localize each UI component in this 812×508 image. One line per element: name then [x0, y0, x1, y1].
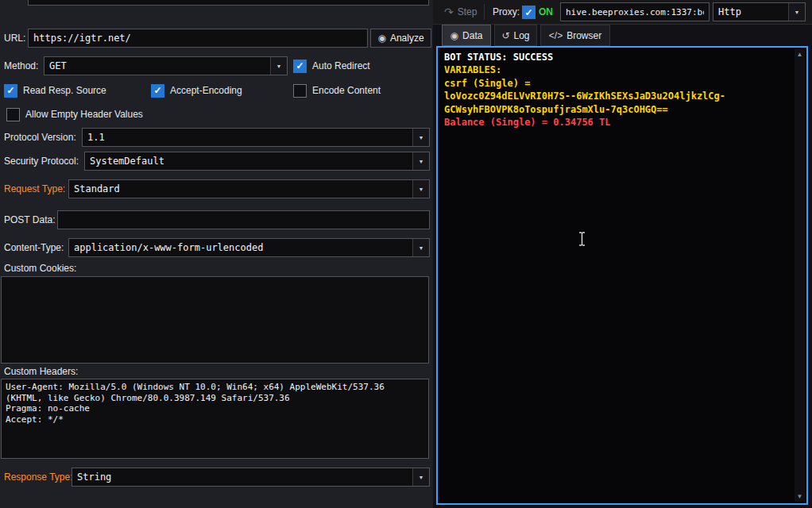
tab-browser[interactable]: </> Browser — [540, 25, 610, 46]
proxy-input[interactable] — [560, 2, 710, 21]
protocol-version-dropdown[interactable]: 1.1 ▼ — [82, 128, 430, 147]
debugger-tabs: ◉ Data ↺ Log </> Browser — [433, 25, 812, 46]
tab-browser-label: Browser — [566, 30, 601, 41]
request-settings-panel: URL: ◉ Analyze Method: GET ▼ ✓ Auto Redi… — [0, 0, 433, 508]
proxy-type-dropdown[interactable]: Http ▼ — [713, 2, 806, 21]
url-label: URL: — [4, 29, 25, 48]
text-cursor — [578, 232, 586, 246]
toolbar-divider — [484, 4, 485, 20]
auto-redirect-checkbox[interactable]: ✓ — [293, 60, 307, 73]
console-scrollbar[interactable]: ▲ ▼ — [795, 49, 805, 502]
method-dropdown[interactable]: GET ▼ — [44, 56, 288, 75]
security-protocol-value: SystemDefault — [85, 152, 412, 170]
protocol-version-label: Protocol Version: — [4, 128, 76, 147]
method-value: GET — [44, 57, 270, 75]
tab-log[interactable]: ↺ Log — [494, 25, 537, 46]
check-icon: ✓ — [153, 86, 161, 95]
console-line-csrf-value-2: GCWsyhFBOVPK8oTospufjraSmXlu-7q3cOHGQ== — [444, 103, 800, 116]
protocol-version-value: 1.1 — [83, 129, 412, 146]
analyze-icon: ◉ — [377, 33, 385, 43]
proxy-on-label: ON — [539, 0, 553, 24]
custom-headers-textarea[interactable]: User-Agent: Mozilla/5.0 (Windows NT 10.0… — [1, 379, 429, 459]
content-type-label: Content-Type: — [4, 238, 64, 257]
security-protocol-label: Security Protocol: — [4, 152, 79, 171]
clipped-top-input[interactable] — [28, 0, 429, 6]
response-type-value: String — [72, 468, 412, 486]
check-icon: ✓ — [6, 86, 14, 95]
custom-cookies-textarea[interactable] — [1, 276, 429, 364]
chevron-down-icon[interactable]: ▼ — [270, 57, 287, 75]
post-data-input[interactable] — [57, 210, 430, 229]
url-input[interactable] — [28, 29, 368, 48]
response-type-label: Response Type: — [4, 468, 73, 487]
debugger-console[interactable]: BOT STATUS: SUCCESS VARIABLES: csrf (Sin… — [436, 46, 808, 505]
request-config-window: URL: ◉ Analyze Method: GET ▼ ✓ Auto Redi… — [0, 0, 812, 508]
read-resp-source-option: ✓ Read Resp. Source — [4, 83, 106, 98]
accept-encoding-checkbox[interactable]: ✓ — [151, 84, 164, 98]
custom-headers-label: Custom Headers: — [4, 366, 78, 377]
method-label: Method: — [4, 56, 38, 75]
chevron-down-icon[interactable]: ▼ — [412, 152, 429, 170]
chevron-down-icon[interactable]: ▼ — [412, 180, 429, 198]
accept-encoding-option: ✓ Accept-Encoding — [151, 83, 242, 98]
analyze-button[interactable]: ◉ Analyze — [370, 29, 431, 48]
response-type-dropdown[interactable]: String ▼ — [72, 468, 430, 487]
encode-content-option: ✓ Encode Content — [293, 83, 381, 98]
step-icon: ↷ — [444, 6, 454, 17]
analyze-button-label: Analyze — [390, 33, 424, 44]
read-resp-source-checkbox[interactable]: ✓ — [4, 84, 17, 98]
auto-redirect-label: Auto Redirect — [312, 60, 370, 71]
tab-data-label: Data — [462, 30, 482, 41]
allow-empty-header-values-option: ✓ Allow Empty Header Values — [6, 106, 143, 122]
encode-content-checkbox[interactable]: ✓ — [293, 84, 307, 98]
proxy-checkbox[interactable]: ✓ — [522, 6, 536, 19]
post-data-label: POST Data: — [4, 210, 55, 229]
chevron-down-icon[interactable]: ▼ — [788, 3, 805, 21]
chevron-down-icon[interactable]: ▼ — [412, 129, 429, 146]
security-protocol-dropdown[interactable]: SystemDefault ▼ — [84, 152, 430, 171]
request-type-dropdown[interactable]: Standard ▼ — [68, 179, 430, 198]
console-line-balance: Balance (Single) = 0.34756 TL — [444, 116, 800, 129]
tab-log-label: Log — [514, 30, 530, 41]
encode-content-label: Encode Content — [312, 85, 381, 96]
auto-redirect-option: ✓ Auto Redirect — [293, 58, 370, 74]
proxy-label: Proxy: — [493, 0, 520, 24]
scroll-down-icon[interactable]: ▼ — [795, 491, 805, 502]
chevron-down-icon[interactable]: ▼ — [412, 239, 429, 256]
content-type-dropdown[interactable]: application/x-www-form-urlencoded ▼ — [68, 238, 430, 257]
check-icon: ✓ — [524, 8, 532, 17]
request-type-label: Request Type: — [4, 179, 65, 198]
console-line-csrf-value-1: loVozc0Z94dELVvRI0H7S--6WzIKhSEXsJaD3u2O… — [444, 90, 800, 102]
step-button[interactable]: ↷ Step — [439, 2, 481, 21]
request-type-value: Standard — [69, 180, 412, 198]
data-tab-icon: ◉ — [450, 31, 458, 40]
browser-tab-icon: </> — [549, 31, 563, 40]
log-tab-icon: ↺ — [501, 31, 509, 40]
accept-encoding-label: Accept-Encoding — [170, 85, 242, 96]
custom-cookies-label: Custom Cookies: — [4, 263, 76, 274]
allow-empty-header-values-label: Allow Empty Header Values — [25, 109, 143, 120]
chevron-down-icon[interactable]: ▼ — [412, 468, 429, 486]
read-resp-source-label: Read Resp. Source — [23, 85, 106, 96]
debugger-toolbar: ↷ Step Proxy: ✓ ON Http ▼ — [433, 0, 812, 25]
console-line-csrf: csrf (Single) = — [444, 77, 800, 90]
console-line-variables: VARIABLES: — [444, 64, 800, 76]
console-line-status: BOT STATUS: SUCCESS — [444, 51, 800, 64]
content-type-value: application/x-www-form-urlencoded — [69, 239, 412, 256]
step-button-label: Step — [458, 6, 478, 17]
allow-empty-header-values-checkbox[interactable]: ✓ — [6, 108, 20, 121]
check-icon: ✓ — [296, 61, 304, 71]
tab-data[interactable]: ◉ Data — [442, 25, 491, 46]
proxy-type-value: Http — [713, 3, 788, 21]
scroll-up-icon[interactable]: ▲ — [795, 49, 805, 60]
